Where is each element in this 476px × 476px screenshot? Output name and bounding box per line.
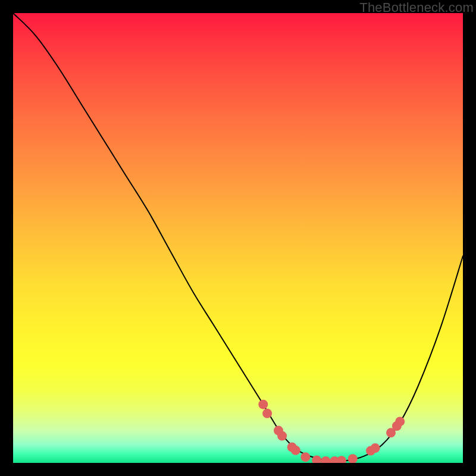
curve-marker xyxy=(337,456,346,463)
bottleneck-curve-path xyxy=(13,13,463,461)
curve-marker xyxy=(371,443,380,453)
curve-svg xyxy=(13,13,463,463)
curve-marker xyxy=(300,452,310,462)
curve-marker xyxy=(258,400,268,409)
curve-marker xyxy=(262,409,272,418)
curve-marker xyxy=(291,446,300,455)
curve-markers-group xyxy=(258,400,405,463)
curve-marker xyxy=(348,454,358,463)
chart-frame xyxy=(13,13,463,463)
curve-marker xyxy=(312,456,321,464)
curve-marker xyxy=(321,456,330,463)
watermark-text: TheBottleneck.com xyxy=(359,0,474,15)
curve-marker xyxy=(277,431,287,441)
curve-marker xyxy=(395,416,405,426)
